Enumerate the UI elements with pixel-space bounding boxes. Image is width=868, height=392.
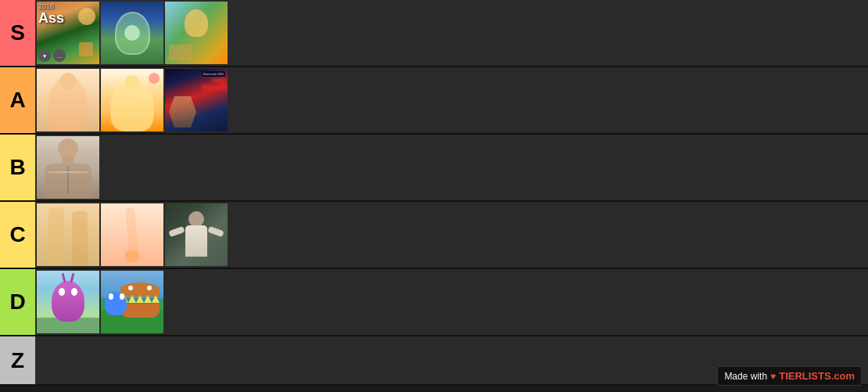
watermark: Made with ♥ TIERLISTS.com <box>717 366 862 386</box>
list-item[interactable]: 2016 Ass ♥ … <box>37 2 99 64</box>
list-item[interactable] <box>37 136 99 199</box>
item-title: Ass <box>38 11 64 27</box>
tier-row-c: C <box>0 202 868 269</box>
tier-label-s: S <box>0 0 35 66</box>
list-item[interactable] <box>101 2 163 64</box>
tier-content-d <box>35 269 868 335</box>
watermark-text: Made with <box>724 371 767 382</box>
tier-list: S 2016 Ass ♥ … <box>0 0 868 386</box>
tier-content-c <box>35 202 868 268</box>
icon-circle-2: … <box>53 49 66 62</box>
list-item[interactable] <box>101 271 163 333</box>
tier-content-s: 2016 Ass ♥ … <box>35 0 868 66</box>
watermark-brand: TIERLISTS.com <box>779 370 855 382</box>
list-item[interactable] <box>37 271 99 333</box>
tier-label-c: C <box>0 202 35 268</box>
tier-row-s: S 2016 Ass ♥ … <box>0 0 868 67</box>
list-item[interactable]: Nintendo 3DS FIREEMBLEM <box>165 69 228 131</box>
tier-label-d: D <box>0 269 35 335</box>
list-item[interactable] <box>37 69 99 131</box>
tier-label-b: B <box>0 135 35 200</box>
tier-row-a: A Nintendo 3DS <box>0 67 868 135</box>
list-item[interactable] <box>101 69 163 131</box>
tier-label-z: Z <box>0 336 35 384</box>
tier-row-b: B <box>0 135 868 202</box>
list-item[interactable] <box>165 2 228 64</box>
tier-row-d: D <box>0 269 868 336</box>
tier-content-a: Nintendo 3DS FIREEMBLEM <box>35 67 868 133</box>
list-item[interactable] <box>37 203 99 266</box>
watermark-heart: ♥ <box>770 371 776 382</box>
icon-circle-1: ♥ <box>38 49 51 62</box>
list-item[interactable] <box>165 203 228 266</box>
tier-label-a: A <box>0 67 35 133</box>
tier-content-b <box>35 135 868 200</box>
list-item[interactable] <box>101 203 163 266</box>
